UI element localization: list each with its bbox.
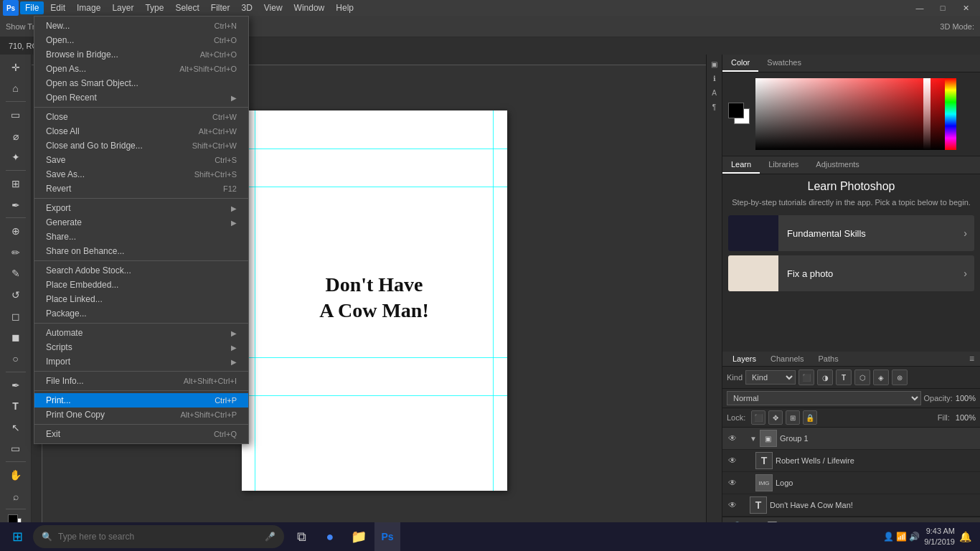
- menu-file[interactable]: File: [20, 1, 44, 14]
- minimize-button[interactable]: —: [908, 0, 931, 16]
- tab-learn[interactable]: Learn: [722, 156, 760, 174]
- color-hue-bar[interactable]: [945, 78, 956, 150]
- layers-mode-select[interactable]: Normal: [727, 391, 921, 405]
- learn-card-fixphoto[interactable]: Fix a photo ›: [728, 255, 974, 291]
- shape-tool[interactable]: ▭: [4, 439, 27, 459]
- menu-item-open-as[interactable]: Open As... Alt+Shift+Ctrl+O: [34, 62, 248, 76]
- layers-menu-icon[interactable]: ≡: [969, 354, 974, 364]
- menu-item-close-all[interactable]: Close All Alt+Ctrl+W: [34, 124, 248, 138]
- fill-value[interactable]: 100%: [956, 413, 976, 422]
- menu-item-place-linked[interactable]: Place Linked...: [34, 292, 248, 306]
- layer-eye-robert[interactable]: 👁: [727, 455, 738, 466]
- taskbar-explorer-icon[interactable]: 📁: [346, 522, 372, 551]
- layer-item-logo[interactable]: 👁 IMG Logo: [722, 472, 980, 494]
- tab-swatches[interactable]: Swatches: [758, 55, 810, 72]
- eraser-tool[interactable]: ◻: [4, 306, 27, 326]
- menu-select[interactable]: Select: [170, 1, 204, 14]
- magic-wand-tool[interactable]: ✦: [4, 147, 27, 167]
- layer-item-group1[interactable]: 👁 ▼ ▣ Group 1: [722, 428, 980, 450]
- menu-edit[interactable]: Edit: [45, 1, 70, 14]
- taskbar-volume-icon[interactable]: 🔊: [909, 532, 920, 542]
- taskbar-task-view[interactable]: ⧉: [288, 522, 314, 551]
- lock-position-btn[interactable]: ✥: [768, 410, 783, 425]
- menu-item-open-smart[interactable]: Open as Smart Object...: [34, 76, 248, 90]
- tab-channels[interactable]: Channels: [763, 352, 811, 366]
- menu-item-save-as[interactable]: Save As... Shift+Ctrl+S: [34, 167, 248, 182]
- lock-pixels-btn[interactable]: ⬛: [751, 410, 765, 425]
- taskbar-people-icon[interactable]: 👤: [883, 532, 894, 542]
- color-mode-btn[interactable]: ▣: [708, 57, 721, 70]
- opacity-value[interactable]: 100%: [956, 394, 976, 402]
- tab-color[interactable]: Color: [722, 55, 758, 72]
- menu-item-close-bridge[interactable]: Close and Go to Bridge... Shift+Ctrl+W: [34, 138, 248, 153]
- menu-window[interactable]: Window: [289, 1, 330, 14]
- menu-help[interactable]: Help: [331, 1, 359, 14]
- menu-item-package[interactable]: Package...: [34, 306, 248, 321]
- taskbar-network-icon[interactable]: 📶: [896, 532, 907, 542]
- maximize-button[interactable]: □: [931, 0, 954, 16]
- layer-item-robert[interactable]: 👁 T Robert Wells / Lifewire: [722, 450, 980, 472]
- menu-item-automate[interactable]: Automate ▶: [34, 326, 248, 340]
- menu-item-print-one-copy[interactable]: Print One Copy Alt+Shift+Ctrl+P: [34, 408, 248, 422]
- menu-item-search-stock[interactable]: Search Adobe Stock...: [34, 263, 248, 278]
- taskbar-search-box[interactable]: 🔍 🎤: [33, 525, 284, 548]
- path-selection-tool[interactable]: ↖: [4, 418, 27, 438]
- tab-libraries[interactable]: Libraries: [760, 156, 807, 174]
- taskbar-clock[interactable]: 9:43 AM 9/1/2019: [924, 526, 955, 548]
- clone-stamp-tool[interactable]: ✎: [4, 264, 27, 284]
- tab-paths[interactable]: Paths: [811, 352, 846, 366]
- menu-item-save[interactable]: Save Ctrl+S: [34, 153, 248, 167]
- crop-tool[interactable]: ⊞: [4, 174, 27, 194]
- menu-item-share-behance[interactable]: Share on Behance...: [34, 244, 248, 258]
- close-button[interactable]: ✕: [954, 0, 977, 16]
- type-tool[interactable]: T: [4, 396, 27, 416]
- menu-item-exit[interactable]: Exit Ctrl+Q: [34, 427, 248, 441]
- filter-extra-btn[interactable]: ⊛: [892, 369, 908, 385]
- home-tool[interactable]: ⌂: [4, 79, 27, 99]
- hand-tool[interactable]: ✋: [4, 465, 27, 485]
- filter-type-btn[interactable]: T: [836, 369, 852, 385]
- menu-image[interactable]: Image: [72, 1, 105, 14]
- layer-eye-logo[interactable]: 👁: [727, 477, 738, 489]
- menu-3d[interactable]: 3D: [236, 1, 257, 14]
- paragraph-btn[interactable]: ¶: [708, 100, 721, 113]
- menu-item-print[interactable]: Print... Ctrl+P: [34, 393, 248, 408]
- menu-item-close[interactable]: Close Ctrl+W: [34, 110, 248, 124]
- layers-kind-select[interactable]: Kind: [745, 370, 796, 385]
- taskbar-search-input[interactable]: [58, 532, 259, 542]
- learn-card-fundamental[interactable]: Fundamental Skills ›: [728, 215, 974, 251]
- menu-item-import[interactable]: Import ▶: [34, 354, 248, 369]
- zoom-tool[interactable]: ⌕: [4, 486, 27, 507]
- filter-shape-btn[interactable]: ⬡: [854, 369, 870, 385]
- lock-all-btn[interactable]: 🔒: [803, 410, 817, 425]
- move-tool[interactable]: ✛: [4, 57, 27, 77]
- layer-expand-group1[interactable]: ▼: [750, 435, 757, 443]
- taskbar-chrome-icon[interactable]: ●: [317, 522, 343, 551]
- menu-layer[interactable]: Layer: [107, 1, 138, 14]
- menu-type[interactable]: Type: [140, 1, 169, 14]
- filter-pixel-btn[interactable]: ⬛: [798, 369, 814, 385]
- menu-item-generate[interactable]: Generate ▶: [34, 215, 248, 230]
- color-swatches[interactable]: [728, 103, 751, 126]
- taskbar-start-button[interactable]: ⊞: [3, 522, 32, 551]
- filter-adjust-btn[interactable]: ◑: [817, 369, 833, 385]
- menu-item-scripts[interactable]: Scripts ▶: [34, 340, 248, 354]
- history-brush-tool[interactable]: ↺: [4, 285, 27, 305]
- align-btn[interactable]: A: [708, 86, 721, 99]
- layer-eye-group1[interactable]: 👁: [727, 433, 738, 444]
- healing-brush-tool[interactable]: ⊕: [4, 221, 27, 241]
- taskbar-notification-icon[interactable]: 🔔: [959, 531, 971, 542]
- taskbar-mic-icon[interactable]: 🎤: [265, 532, 275, 542]
- brush-tool[interactable]: ✏: [4, 242, 27, 263]
- tab-adjustments[interactable]: Adjustments: [807, 156, 868, 174]
- menu-item-revert[interactable]: Revert F12: [34, 182, 248, 196]
- menu-item-place-embedded[interactable]: Place Embedded...: [34, 278, 248, 292]
- menu-item-open[interactable]: Open... Ctrl+O: [34, 33, 248, 47]
- eyedropper-tool[interactable]: ✒: [4, 195, 27, 215]
- layer-item-dontave[interactable]: 👁 T Don't Have A Cow Man!: [722, 494, 980, 517]
- filter-smart-btn[interactable]: ◈: [873, 369, 889, 385]
- taskbar-photoshop-icon[interactable]: Ps: [374, 522, 400, 551]
- menu-item-file-info[interactable]: File Info... Alt+Shift+Ctrl+I: [34, 374, 248, 388]
- menu-item-export[interactable]: Export ▶: [34, 201, 248, 215]
- menu-item-browse-bridge[interactable]: Browse in Bridge... Alt+Ctrl+O: [34, 47, 248, 62]
